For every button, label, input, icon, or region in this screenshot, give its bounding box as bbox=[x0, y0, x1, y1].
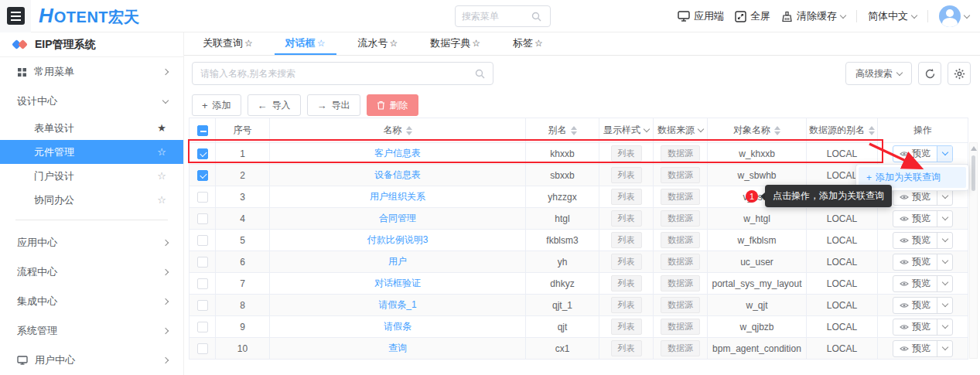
star-outline-icon[interactable]: ☆ bbox=[390, 38, 398, 49]
dialog-name-link[interactable]: 请假条_1 bbox=[378, 298, 416, 312]
col-datasource-alias[interactable]: 数据源的别名 bbox=[807, 118, 878, 142]
preview-split-button[interactable]: 预览 bbox=[893, 232, 953, 249]
dialog-name-link[interactable]: 合同管理 bbox=[379, 212, 416, 225]
refresh-button[interactable] bbox=[918, 62, 941, 85]
preview-dropdown-toggle[interactable] bbox=[937, 341, 952, 356]
list-search-input[interactable] bbox=[200, 68, 475, 79]
sidebar-item-form-design[interactable]: 表单设计 ★ bbox=[0, 116, 183, 140]
preview-dropdown-toggle[interactable] bbox=[937, 189, 952, 205]
col-name[interactable]: 名称 bbox=[270, 118, 526, 142]
select-all-checkbox[interactable] bbox=[197, 125, 208, 136]
preview-button[interactable]: 预览 bbox=[893, 189, 937, 205]
fullscreen-button[interactable]: 全屏 bbox=[735, 9, 770, 23]
sidebar-item-common-menu[interactable]: 常用菜单 bbox=[0, 57, 183, 87]
col-display-style[interactable]: 显示样式 bbox=[599, 118, 654, 142]
preview-split-button[interactable]: 预览 bbox=[893, 297, 953, 314]
preview-button[interactable]: 预览 bbox=[893, 146, 937, 162]
sidebar-item-design-center[interactable]: 设计中心 bbox=[0, 87, 183, 116]
import-button[interactable]: ←导入 bbox=[248, 94, 301, 116]
row-checkbox[interactable] bbox=[197, 343, 208, 354]
dialog-name-link[interactable]: 对话框验证 bbox=[374, 277, 421, 290]
menu-search-input[interactable] bbox=[462, 11, 531, 22]
sort-icon[interactable] bbox=[571, 126, 577, 135]
settings-gear-button[interactable] bbox=[948, 62, 971, 85]
col-data-source[interactable]: 数据来源 bbox=[654, 118, 708, 142]
star-outline-icon[interactable]: ☆ bbox=[157, 194, 166, 206]
preview-button[interactable]: 预览 bbox=[893, 233, 937, 248]
user-menu[interactable] bbox=[939, 5, 969, 27]
tab-dialog[interactable]: 对话框☆ bbox=[275, 32, 336, 55]
star-outline-icon[interactable]: ☆ bbox=[472, 38, 480, 49]
sidebar-item-collaborative-office[interactable]: 协同办公 ☆ bbox=[0, 188, 183, 212]
dialog-name-link[interactable]: 查询 bbox=[388, 342, 407, 355]
row-checkbox[interactable] bbox=[197, 192, 208, 203]
sidebar-item-portal-design[interactable]: 门户设计 ☆ bbox=[0, 164, 183, 188]
col-object-name[interactable]: 对象名称 bbox=[708, 118, 807, 142]
sidebar-item-user-center[interactable]: 用户中心 bbox=[0, 346, 183, 375]
preview-split-button[interactable]: 预览 bbox=[893, 275, 953, 292]
language-select[interactable]: 简体中文 bbox=[868, 9, 917, 23]
preview-dropdown-toggle[interactable] bbox=[937, 233, 952, 248]
tab-serial-number[interactable]: 流水号☆ bbox=[347, 32, 409, 55]
preview-button[interactable]: 预览 bbox=[893, 276, 937, 291]
preview-button[interactable]: 预览 bbox=[893, 319, 937, 335]
star-outline-icon[interactable]: ☆ bbox=[157, 170, 166, 182]
advanced-search-button[interactable]: 高级搜索 bbox=[845, 62, 912, 85]
app-client-button[interactable]: 应用端 bbox=[678, 9, 724, 23]
clear-cache-button[interactable]: 清除缓存 bbox=[781, 9, 845, 23]
preview-split-button[interactable]: 预览 bbox=[893, 210, 953, 227]
sidebar-item-system-management[interactable]: 系统管理 bbox=[0, 316, 183, 346]
export-button[interactable]: →导出 bbox=[307, 94, 360, 116]
preview-dropdown-toggle[interactable] bbox=[937, 276, 952, 291]
tab-tag[interactable]: 标签☆ bbox=[502, 32, 554, 55]
sort-icon[interactable] bbox=[869, 126, 875, 135]
row-checkbox[interactable] bbox=[197, 257, 208, 268]
row-checkbox[interactable] bbox=[197, 148, 208, 159]
preview-dropdown-toggle[interactable] bbox=[937, 146, 952, 162]
preview-button[interactable]: 预览 bbox=[893, 298, 937, 313]
preview-button[interactable]: 预览 bbox=[893, 211, 937, 227]
tab-related-query[interactable]: 关联查询☆ bbox=[192, 32, 264, 55]
filter-chevron-icon[interactable] bbox=[698, 126, 704, 132]
row-checkbox[interactable] bbox=[197, 213, 208, 224]
preview-button[interactable]: 预览 bbox=[893, 254, 937, 270]
preview-split-button[interactable]: 预览 bbox=[893, 145, 953, 162]
preview-dropdown-toggle[interactable] bbox=[937, 254, 952, 270]
preview-dropdown-toggle[interactable] bbox=[937, 319, 952, 335]
star-outline-icon[interactable]: ☆ bbox=[534, 38, 543, 49]
sort-icon[interactable] bbox=[406, 126, 412, 135]
row-checkbox[interactable] bbox=[197, 170, 208, 181]
star-outline-icon[interactable]: ☆ bbox=[157, 146, 166, 158]
star-outline-icon[interactable]: ☆ bbox=[317, 38, 326, 49]
dialog-name-link[interactable]: 用户组织关系 bbox=[370, 190, 425, 203]
preview-dropdown-toggle[interactable] bbox=[937, 211, 952, 227]
add-button[interactable]: +添加 bbox=[192, 94, 241, 116]
sidebar-item-app-center[interactable]: 应用中心 bbox=[0, 228, 183, 257]
row-checkbox[interactable] bbox=[197, 235, 208, 246]
dialog-name-link[interactable]: 客户信息表 bbox=[374, 147, 421, 160]
row-checkbox[interactable] bbox=[197, 322, 208, 332]
delete-button[interactable]: 删除 bbox=[367, 94, 418, 116]
preview-dropdown-toggle[interactable] bbox=[937, 298, 952, 313]
scroll-up-icon[interactable] bbox=[971, 146, 977, 151]
row-checkbox[interactable] bbox=[197, 278, 208, 289]
star-filled-icon[interactable]: ★ bbox=[157, 122, 166, 134]
sort-icon[interactable] bbox=[774, 126, 780, 135]
row-checkbox[interactable] bbox=[197, 300, 208, 311]
dialog-name-link[interactable]: 设备信息表 bbox=[374, 169, 421, 182]
sidebar-item-integration-center[interactable]: 集成中心 bbox=[0, 287, 183, 316]
filter-chevron-icon[interactable] bbox=[644, 126, 650, 132]
table-scrollbar[interactable] bbox=[969, 142, 978, 359]
dialog-name-link[interactable]: 用户 bbox=[388, 255, 407, 268]
col-alias[interactable]: 别名 bbox=[526, 118, 599, 142]
scrollbar-thumb[interactable] bbox=[971, 155, 975, 191]
dialog-name-link[interactable]: 请假条 bbox=[384, 320, 411, 333]
sidebar-item-component-management[interactable]: 元件管理 ☆ bbox=[0, 140, 183, 164]
preview-button[interactable]: 预览 bbox=[893, 341, 937, 356]
tab-data-dictionary[interactable]: 数据字典☆ bbox=[419, 32, 491, 55]
sidebar-item-flow-center[interactable]: 流程中心 bbox=[0, 257, 183, 287]
star-outline-icon[interactable]: ☆ bbox=[244, 38, 253, 49]
menu-collapse-icon[interactable] bbox=[7, 7, 25, 25]
preview-split-button[interactable]: 预览 bbox=[893, 340, 953, 357]
preview-split-button[interactable]: 预览 bbox=[893, 319, 953, 336]
